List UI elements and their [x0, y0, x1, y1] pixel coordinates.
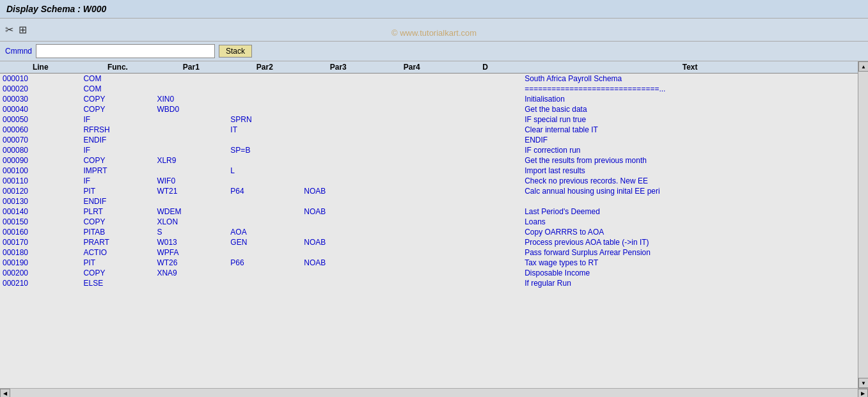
col-header-par4: Par4 [375, 61, 448, 74]
cell-text: Check no previous records. New EE [522, 176, 858, 186]
cell-par1 [154, 196, 228, 206]
table-row[interactable]: 000130ENDIF [0, 196, 858, 206]
cell-par2 [228, 104, 301, 114]
cell-par3 [301, 74, 375, 84]
cell-par2: SP=B [228, 145, 301, 155]
cell-func: COPY [81, 94, 154, 104]
cell-par1: WIF0 [154, 176, 228, 186]
cell-text: Pass forward Surplus Arrear Pension [522, 247, 858, 258]
cell-line: 000010 [0, 74, 81, 84]
table-row[interactable]: 000210ELSEIf regular Run [0, 278, 858, 288]
table-row[interactable]: 000160PITABSAOACopy OARRRS to AOA [0, 227, 858, 237]
cell-par3 [301, 176, 375, 186]
table-row[interactable]: 000180ACTIOWPFAPass forward Surplus Arre… [0, 247, 858, 258]
cell-par4 [375, 176, 448, 186]
cell-par2: P64 [228, 186, 301, 196]
cell-par4 [375, 196, 448, 206]
cell-d [448, 206, 522, 217]
cell-text: Get the results from previous month [522, 155, 858, 166]
cell-par3 [301, 217, 375, 227]
cell-par2 [228, 247, 301, 258]
cell-par2: GEN [228, 237, 301, 247]
schema-table: Line Func. Par1 Par2 Par3 Par4 D Text 00… [0, 61, 858, 288]
col-header-func: Func. [81, 61, 154, 74]
cell-par4 [375, 217, 448, 227]
cell-func: ELSE [81, 278, 154, 288]
cell-text: If regular Run [522, 278, 858, 288]
cell-text: IF special run true [522, 114, 858, 125]
table-row[interactable]: 000100IMPRTLImport last results [0, 166, 858, 176]
scroll-track-vertical[interactable] [858, 72, 868, 378]
cell-text: Process previous AOA table (->in IT) [522, 237, 858, 247]
toolbar-icon-1[interactable]: ✂ [5, 24, 13, 36]
cell-func: COPY [81, 104, 154, 114]
cell-par1: S [154, 227, 228, 237]
cell-func: ENDIF [81, 196, 154, 206]
cell-d [448, 258, 522, 268]
cell-par1: XLON [154, 217, 228, 227]
scroll-right-arrow[interactable]: ▶ [858, 389, 868, 398]
cell-par2 [228, 176, 301, 186]
cell-par1 [154, 114, 228, 125]
col-header-par2: Par2 [228, 61, 301, 74]
cell-d [448, 247, 522, 258]
cell-text: IF correction run [522, 145, 858, 155]
table-row[interactable]: 000010COMSouth Africa Payroll Schema [0, 74, 858, 84]
cell-line: 000140 [0, 206, 81, 217]
cell-par4 [375, 258, 448, 268]
page-title: Display Schema : W000 [6, 4, 106, 14]
bottom-scrollbar: ◀ ▶ [0, 388, 868, 397]
stack-button[interactable]: Stack [219, 45, 252, 58]
cell-par2 [228, 217, 301, 227]
cell-par4 [375, 125, 448, 135]
table-row[interactable]: 000090COPYXLR9Get the results from previ… [0, 155, 858, 166]
cell-text: Get the basic data [522, 104, 858, 114]
scroll-left-arrow[interactable]: ◀ [0, 389, 10, 398]
table-row[interactable]: 000070ENDIFENDIF [0, 135, 858, 145]
table-row[interactable]: 000190PITWT26P66NOABTax wage types to RT [0, 258, 858, 268]
table-row[interactable]: 000040COPYWBD0Get the basic data [0, 104, 858, 114]
table-row[interactable]: 000150COPYXLONLoans [0, 217, 858, 227]
table-row[interactable]: 000110IFWIF0Check no previous records. N… [0, 176, 858, 186]
scroll-track-horizontal[interactable] [10, 389, 858, 397]
table-row[interactable]: 000060RFRSHIT Clear internal table IT [0, 125, 858, 135]
table-row[interactable]: 000120PITWT21P64NOABCalc annual housing … [0, 186, 858, 196]
cell-par3 [301, 227, 375, 237]
cell-par2 [228, 94, 301, 104]
cell-line: 000170 [0, 237, 81, 247]
cell-line: 000180 [0, 247, 81, 258]
cell-func: IF [81, 176, 154, 186]
cell-func: PIT [81, 186, 154, 196]
table-row[interactable]: 000020COM==============================.… [0, 84, 858, 94]
table-row[interactable]: 000170PRARTW013GENNOABProcess previous A… [0, 237, 858, 247]
table-row[interactable]: 000050IFSPRNIF special run true [0, 114, 858, 125]
command-input[interactable] [36, 44, 215, 58]
cell-func: IF [81, 114, 154, 125]
main-container: Line Func. Par1 Par2 Par3 Par4 D Text 00… [0, 61, 868, 388]
cell-func: COM [81, 84, 154, 94]
cell-par4 [375, 104, 448, 114]
cell-par2 [228, 155, 301, 166]
scroll-up-arrow[interactable]: ▲ [858, 61, 868, 72]
cell-func: PIT [81, 258, 154, 268]
table-row[interactable]: 000140PLRTWDEMNOABLast Period's Deemed [0, 206, 858, 217]
cell-line: 000160 [0, 227, 81, 237]
cell-par3 [301, 268, 375, 278]
scroll-down-arrow[interactable]: ▼ [858, 378, 868, 388]
table-row[interactable]: 000080IFSP=BIF correction run [0, 145, 858, 155]
cell-d [448, 278, 522, 288]
cell-par4 [375, 135, 448, 145]
toolbar-icon-2[interactable]: ⊞ [19, 24, 27, 36]
table-row[interactable]: 000200COPYXNA9Disposable Income [0, 268, 858, 278]
table-row[interactable]: 000030COPYXIN0Initialisation [0, 94, 858, 104]
cell-text: Initialisation [522, 94, 858, 104]
command-label: Cmmnd [5, 47, 32, 56]
cell-par1: XNA9 [154, 268, 228, 278]
cell-d [448, 94, 522, 104]
cell-par2 [228, 84, 301, 94]
cell-d [448, 104, 522, 114]
cell-func: COM [81, 74, 154, 84]
cell-text: Copy OARRRS to AOA [522, 227, 858, 237]
cell-d [448, 84, 522, 94]
cell-d [448, 74, 522, 84]
